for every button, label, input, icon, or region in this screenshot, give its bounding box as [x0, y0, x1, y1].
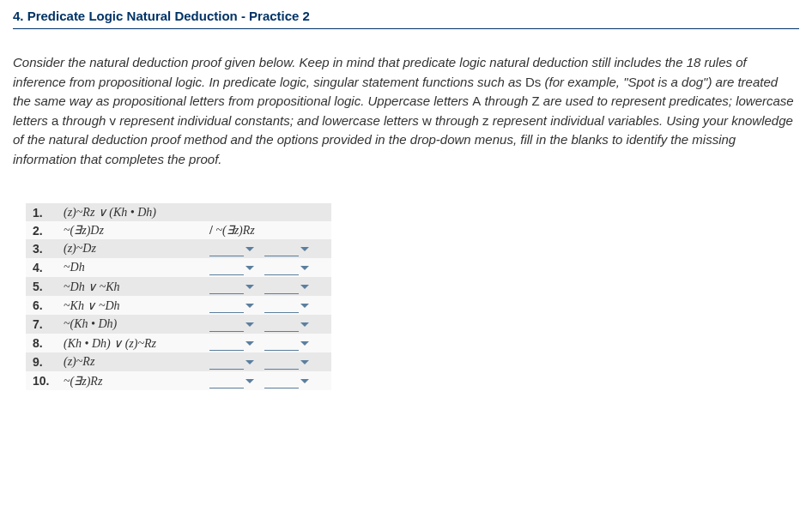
row-number: 8.	[26, 334, 57, 352]
proof-row: 5.~Dh ∨ ~Kh	[26, 277, 331, 296]
justification-dropdown[interactable]	[209, 260, 264, 275]
chevron-down-icon[interactable]	[300, 322, 309, 327]
row-number: 6.	[26, 296, 57, 315]
justification-dropdown[interactable]	[264, 279, 319, 294]
proof-formula: ~Dh ∨ ~Kh	[57, 277, 203, 296]
justification-dropdown[interactable]	[264, 241, 319, 256]
dropdown-input[interactable]	[264, 354, 299, 370]
chevron-down-icon[interactable]	[245, 360, 254, 364]
chevron-down-icon[interactable]	[245, 266, 254, 270]
dropdown-input[interactable]	[209, 279, 244, 294]
dropdown-input[interactable]	[264, 335, 299, 351]
dropdown-input[interactable]	[209, 335, 244, 351]
row-number: 5.	[26, 277, 57, 296]
proof-formula: (Kh • Dh) ∨ (z)~Rz	[57, 334, 203, 352]
chevron-down-icon[interactable]	[245, 304, 254, 308]
justification-dropdown[interactable]	[209, 354, 264, 370]
instructions-part: through	[481, 93, 531, 108]
justification-dropdown[interactable]	[264, 298, 319, 313]
row-number: 2.	[26, 221, 57, 239]
justification-cell	[203, 315, 331, 334]
dropdown-input[interactable]	[264, 260, 299, 275]
chevron-down-icon[interactable]	[300, 266, 309, 270]
chevron-down-icon[interactable]	[245, 247, 254, 251]
proof-row: 6.~Kh ∨ ~Dh	[26, 296, 331, 315]
justification-cell	[203, 277, 331, 296]
proof-formula: ~Dh	[57, 258, 203, 277]
proof-formula: ~Kh ∨ ~Dh	[57, 296, 203, 315]
instructions-part: through	[58, 113, 109, 128]
chevron-down-icon[interactable]	[245, 285, 254, 289]
chevron-down-icon[interactable]	[300, 285, 309, 289]
dropdown-input[interactable]	[209, 241, 244, 256]
dropdown-input[interactable]	[264, 298, 299, 313]
row-number: 9.	[26, 352, 57, 371]
proof-row: 2.~(∃z)Dz/ ~(∃z)Rz	[26, 221, 331, 239]
justification-cell	[203, 371, 331, 390]
instructions-part: through	[432, 113, 482, 128]
proof-formula: (z)~Rz ∨ (Kh • Dh)	[57, 203, 203, 221]
proof-row: 4.~Dh	[26, 258, 331, 277]
justification-cell	[203, 296, 331, 315]
chevron-down-icon[interactable]	[300, 247, 309, 251]
justification-dropdown[interactable]	[209, 298, 264, 313]
row-number: 7.	[26, 315, 57, 334]
proof-row: 8.(Kh • Dh) ∨ (z)~Rz	[26, 334, 331, 352]
justification-dropdown[interactable]	[209, 335, 264, 351]
instructions-text: Consider the natural deduction proof giv…	[13, 53, 799, 169]
chevron-down-icon[interactable]	[300, 379, 309, 383]
dropdown-input[interactable]	[264, 279, 299, 294]
chevron-down-icon[interactable]	[245, 322, 254, 327]
proof-row: 10.~(∃z)Rz	[26, 371, 331, 390]
row-number: 4.	[26, 258, 57, 277]
proof-table: 1.(z)~Rz ∨ (Kh • Dh)2.~(∃z)Dz/ ~(∃z)Rz3.…	[26, 203, 331, 390]
justification-dropdown[interactable]	[209, 373, 264, 388]
instructions-letter: A	[472, 93, 481, 108]
justification-cell	[203, 334, 331, 352]
chevron-down-icon[interactable]	[245, 379, 254, 383]
proof-row: 3.(z)~Dz	[26, 239, 331, 258]
justification-cell	[203, 239, 331, 258]
instructions-letter: v	[110, 113, 117, 128]
dropdown-input[interactable]	[209, 373, 244, 388]
justification-cell	[203, 203, 331, 221]
instructions-part: represent individual constants; and lowe…	[116, 113, 422, 128]
justification-dropdown[interactable]	[209, 279, 264, 294]
proof-formula: ~(∃z)Rz	[57, 371, 203, 390]
dropdown-input[interactable]	[264, 241, 299, 256]
justification-cell: / ~(∃z)Rz	[203, 221, 331, 239]
instructions-letter: Z	[532, 93, 540, 108]
chevron-down-icon[interactable]	[300, 304, 309, 308]
justification-cell	[203, 352, 331, 371]
justification-dropdown[interactable]	[264, 354, 319, 370]
proof-row: 1.(z)~Rz ∨ (Kh • Dh)	[26, 203, 331, 221]
section-title: 4. Predicate Logic Natural Deduction - P…	[13, 9, 799, 29]
row-number: 3.	[26, 239, 57, 258]
proof-formula: ~(∃z)Dz	[57, 221, 203, 239]
justification-dropdown[interactable]	[264, 260, 319, 275]
justification-dropdown[interactable]	[209, 316, 264, 332]
dropdown-input[interactable]	[209, 316, 244, 332]
instructions-ds: Ds	[525, 75, 541, 89]
chevron-down-icon[interactable]	[300, 341, 309, 346]
dropdown-input[interactable]	[209, 298, 244, 313]
proof-formula: ~(Kh • Dh)	[57, 315, 203, 334]
proof-row: 9.(z)~Rz	[26, 352, 331, 371]
dropdown-input[interactable]	[209, 260, 244, 275]
dropdown-input[interactable]	[264, 373, 299, 388]
justification-dropdown[interactable]	[264, 373, 319, 388]
instructions-letter: w	[422, 113, 432, 128]
chevron-down-icon[interactable]	[300, 360, 309, 364]
dropdown-input[interactable]	[264, 316, 299, 332]
proof-row: 7.~(Kh • Dh)	[26, 315, 331, 334]
justification-dropdown[interactable]	[264, 316, 319, 332]
conclusion-formula: ~(∃z)Rz	[213, 224, 255, 237]
justification-cell	[203, 258, 331, 277]
justification-dropdown[interactable]	[264, 335, 319, 351]
row-number: 10.	[26, 371, 57, 390]
row-number: 1.	[26, 203, 57, 221]
instructions-letter: z	[482, 113, 489, 128]
dropdown-input[interactable]	[209, 354, 244, 370]
justification-dropdown[interactable]	[209, 241, 264, 256]
chevron-down-icon[interactable]	[245, 341, 254, 346]
